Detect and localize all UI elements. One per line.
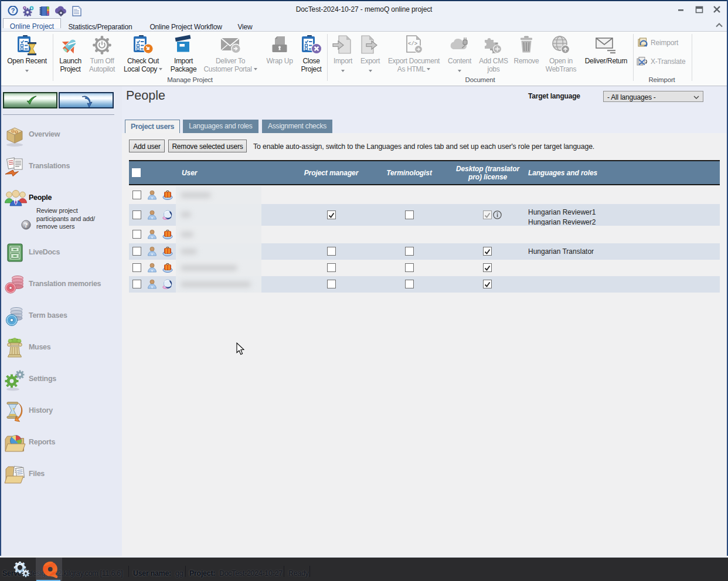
svg-text:?: ? [25,221,28,229]
svg-text:?: ? [11,7,15,14]
